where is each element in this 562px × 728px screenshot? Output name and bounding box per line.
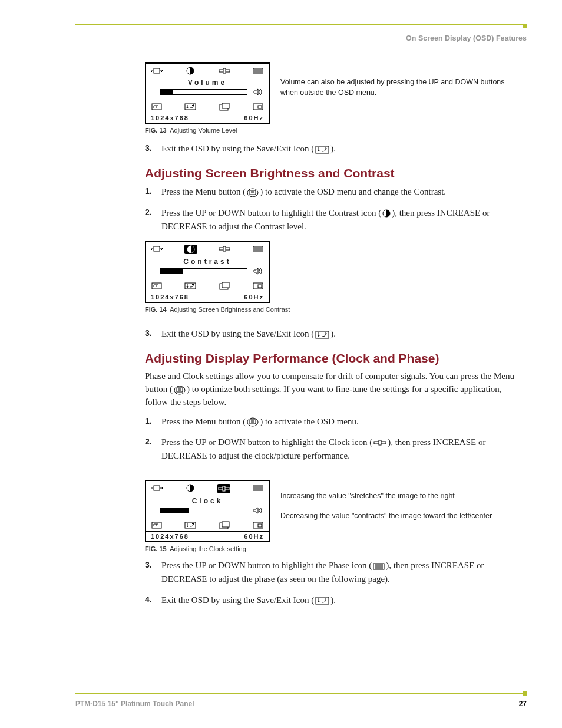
heading-clock-phase: Adjusting Display Performance (Clock and… — [145, 351, 521, 365]
osd-position-icon — [219, 103, 230, 111]
page-header-section: On Screen Display (OSD) Features — [406, 34, 527, 42]
footer-page-number: 27 — [519, 700, 527, 708]
svg-rect-54 — [185, 522, 196, 528]
menu-button-icon — [174, 386, 186, 395]
step-text: Exit the OSD by using the Save/Exit Icon… — [161, 594, 521, 607]
speaker-icon — [252, 267, 264, 275]
pip-icon — [252, 103, 264, 111]
osd-position-icon — [219, 282, 230, 290]
contrast-icon — [184, 484, 196, 492]
speaker-icon — [252, 88, 264, 96]
svg-rect-23 — [223, 246, 226, 251]
fig15-sidenotes: Increasing the value "stretches" the ima… — [280, 480, 492, 521]
save-exit-icon — [315, 331, 329, 339]
step-text: Press the UP or DOWN button to highlight… — [161, 559, 521, 587]
svg-rect-48 — [223, 486, 225, 491]
contrast-icon — [382, 209, 391, 218]
svg-rect-58 — [258, 524, 262, 527]
svg-rect-45 — [154, 486, 160, 490]
fig15-caption: FIG. 15 Adjusting the Clock setting — [145, 545, 270, 552]
osd-title: Clock — [146, 495, 269, 505]
save-exit-icon — [315, 146, 329, 154]
hpos-icon — [151, 245, 163, 253]
svg-rect-64 — [316, 597, 329, 604]
svg-rect-33 — [258, 285, 262, 288]
menu-button-icon — [247, 188, 259, 197]
svg-rect-8 — [152, 104, 161, 110]
osd-slider-fill — [161, 508, 189, 513]
svg-rect-13 — [258, 106, 262, 108]
phase-lines-icon — [252, 245, 264, 253]
step-text: Exit the OSD by using the Save/Exit Icon… — [161, 142, 521, 156]
osd-refresh: 60Hz — [244, 114, 264, 121]
save-exit-icon — [184, 521, 196, 529]
phase-lines-icon — [252, 67, 264, 75]
step-text: Press the UP or DOWN button to highlight… — [161, 206, 521, 234]
clock-intro: Phase and Clock settings allow you to co… — [145, 370, 521, 409]
pip-icon — [252, 521, 264, 529]
osd-position-icon — [219, 521, 230, 529]
svg-rect-44 — [379, 440, 381, 445]
svg-rect-31 — [222, 282, 229, 288]
svg-rect-14 — [316, 146, 329, 153]
osd-panel-contrast: Contrast 1024x768 60Hz — [145, 241, 270, 303]
osd-resolution: 1024x768 — [151, 294, 189, 301]
svg-rect-11 — [222, 103, 229, 108]
osd-refresh: 60Hz — [244, 294, 264, 301]
fig14-caption: FIG. 14 Adjusting Screen Brightness and … — [145, 306, 290, 313]
osd-panel-clock: Clock 1024x768 60Hz — [145, 480, 270, 542]
language-icon — [151, 521, 163, 529]
osd-slider-fill — [161, 269, 183, 274]
phase-lines-icon — [373, 563, 385, 570]
heading-brightness-contrast: Adjusting Screen Brightness and Contrast — [145, 166, 521, 180]
fig13-sidenote: Volume can also be adjusted by pressing … — [280, 62, 521, 98]
phase-lines-icon — [252, 484, 264, 492]
svg-rect-20 — [154, 246, 160, 251]
hpos-icon — [151, 484, 163, 492]
osd-slider-fill — [161, 90, 173, 94]
osd-resolution: 1024x768 — [151, 533, 189, 540]
clock-slider-icon — [219, 67, 230, 75]
pip-icon — [252, 282, 264, 290]
fig13-caption: FIG. 13 Adjusting Volume Level — [145, 127, 270, 134]
svg-rect-34 — [316, 331, 329, 338]
language-icon — [151, 282, 163, 290]
footer-product: PTM-D15 15" Platinum Touch Panel — [75, 700, 194, 708]
svg-rect-9 — [185, 104, 196, 110]
osd-title: Contrast — [146, 256, 269, 266]
svg-rect-28 — [152, 283, 161, 289]
step-text: Press the Menu button () to activate the… — [161, 415, 521, 429]
contrast-icon-selected — [184, 245, 197, 254]
step-text: Exit the OSD by using the Save/Exit Icon… — [161, 327, 521, 341]
osd-slider — [160, 508, 247, 513]
hpos-icon — [151, 67, 163, 75]
osd-panel-volume: Volume 1024x768 60Hz — [145, 62, 270, 124]
svg-rect-3 — [223, 68, 226, 73]
clock-slider-icon — [373, 439, 386, 446]
save-exit-icon — [315, 597, 329, 605]
clock-slider-icon-selected — [217, 484, 230, 493]
osd-title: Volume — [146, 77, 269, 87]
svg-rect-56 — [222, 522, 229, 527]
step-text: Press the UP or DOWN button to highlight… — [161, 436, 521, 463]
clock-slider-icon — [219, 245, 230, 253]
svg-rect-53 — [152, 522, 161, 528]
osd-resolution: 1024x768 — [151, 114, 189, 121]
step-text: Press the Menu button () to activate the… — [161, 185, 521, 199]
save-exit-icon — [184, 282, 196, 290]
contrast-icon — [184, 67, 196, 75]
svg-rect-0 — [154, 68, 160, 73]
osd-refresh: 60Hz — [244, 533, 264, 540]
speaker-icon — [252, 506, 264, 515]
menu-button-icon — [247, 417, 259, 427]
osd-slider — [160, 89, 247, 95]
osd-slider — [160, 268, 247, 274]
language-icon — [151, 103, 163, 111]
save-exit-icon — [184, 103, 196, 111]
svg-rect-29 — [185, 283, 196, 289]
